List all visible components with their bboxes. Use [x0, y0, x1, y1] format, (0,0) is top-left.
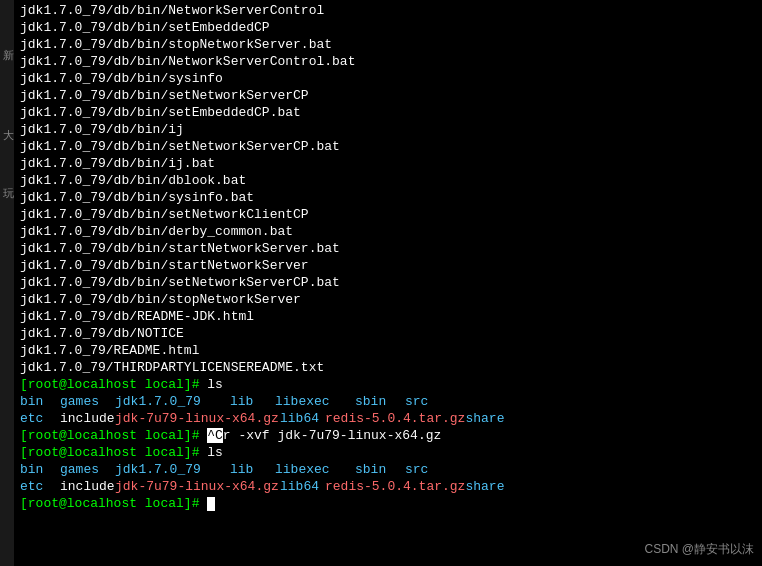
terminal-cursor: [207, 497, 215, 511]
line-3: jdk1.7.0_79/db/bin/stopNetworkServer.bat: [20, 36, 758, 53]
line-1: jdk1.7.0_79/db/bin/NetworkServerControl: [20, 2, 758, 19]
line-11: jdk1.7.0_79/db/bin/dblook.bat: [20, 172, 758, 189]
line-12: jdk1.7.0_79/db/bin/sysinfo.bat: [20, 189, 758, 206]
line-17: jdk1.7.0_79/db/bin/setNetworkServerCP.ba…: [20, 274, 758, 291]
line-8: jdk1.7.0_79/db/bin/ij: [20, 121, 758, 138]
line-10: jdk1.7.0_79/db/bin/ij.bat: [20, 155, 758, 172]
line-19: jdk1.7.0_79/db/README-JDK.html: [20, 308, 758, 325]
prompt-ls2: [root@localhost local]# ls: [20, 444, 758, 461]
terminal-content: jdk1.7.0_79/db/bin/NetworkServerControl …: [20, 2, 758, 512]
ls-output-row2-first: etc include jdk-7u79-linux-x64.gz lib64 …: [20, 410, 758, 427]
line-15: jdk1.7.0_79/db/bin/startNetworkServer.ba…: [20, 240, 758, 257]
ls-output-row2-second: etc include jdk-7u79-linux-x64.gz lib64 …: [20, 478, 758, 495]
line-16: jdk1.7.0_79/db/bin/startNetworkServer: [20, 257, 758, 274]
line-5: jdk1.7.0_79/db/bin/sysinfo: [20, 70, 758, 87]
terminal-window: 新 大 玩 jdk1.7.0_79/db/bin/NetworkServerCo…: [0, 0, 762, 566]
line-22: jdk1.7.0_79/THIRDPARTYLICENSEREADME.txt: [20, 359, 758, 376]
ls-output-row1-first: bin games jdk1.7.0_79 lib libexec sbin s…: [20, 393, 758, 410]
line-9: jdk1.7.0_79/db/bin/setNetworkServerCP.ba…: [20, 138, 758, 155]
watermark: CSDN @静安书以沫: [644, 541, 754, 558]
line-21: jdk1.7.0_79/README.html: [20, 342, 758, 359]
line-18: jdk1.7.0_79/db/bin/stopNetworkServer: [20, 291, 758, 308]
line-13: jdk1.7.0_79/db/bin/setNetworkClientCP: [20, 206, 758, 223]
prompt-ls1: [root@localhost local]# ls: [20, 376, 758, 393]
sidebar: 新 大 玩: [0, 0, 14, 566]
line-7: jdk1.7.0_79/db/bin/setEmbeddedCP.bat: [20, 104, 758, 121]
line-20: jdk1.7.0_79/db/NOTICE: [20, 325, 758, 342]
prompt-final: [root@localhost local]#: [20, 495, 758, 512]
prompt-cr: [root@localhost local]# ^Cr -xvf jdk-7u7…: [20, 427, 758, 444]
line-14: jdk1.7.0_79/db/bin/derby_common.bat: [20, 223, 758, 240]
line-4: jdk1.7.0_79/db/bin/NetworkServerControl.…: [20, 53, 758, 70]
line-2: jdk1.7.0_79/db/bin/setEmbeddedCP: [20, 19, 758, 36]
ls-output-row1-second: bin games jdk1.7.0_79 lib libexec sbin s…: [20, 461, 758, 478]
line-6: jdk1.7.0_79/db/bin/setNetworkServerCP: [20, 87, 758, 104]
